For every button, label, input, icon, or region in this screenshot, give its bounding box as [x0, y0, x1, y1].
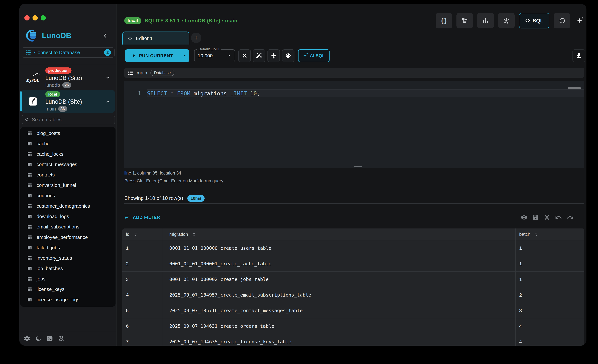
add-tab-button[interactable]: + — [191, 33, 201, 43]
cell-id[interactable]: 6 — [122, 318, 163, 334]
column-header-batch[interactable]: batch — [516, 229, 584, 240]
close-button[interactable] — [24, 15, 30, 20]
table-item-contact_messages[interactable]: contact_messages — [20, 159, 116, 170]
table-item-blog_posts[interactable]: blog_posts — [20, 128, 116, 139]
schema-icon — [461, 17, 468, 24]
cell-migration[interactable]: 2025_09_07_194631_create_orders_table — [163, 318, 516, 334]
ai-assistant-button[interactable] — [574, 13, 585, 28]
table-item-cache_locks[interactable]: cache_locks — [20, 149, 116, 159]
connection-item-local[interactable]: local LunoDB (Site) main 36 — [21, 90, 115, 113]
cell-id[interactable]: 4 — [122, 287, 163, 303]
disconnect-button[interactable] — [58, 335, 65, 342]
table-item-email_subscriptions[interactable]: email_subscriptions — [20, 222, 116, 232]
editor-resize-handle[interactable] — [354, 166, 362, 167]
table-item-employee_performance[interactable]: employee_performance — [20, 232, 116, 242]
cell-batch[interactable]: 2 — [516, 287, 584, 303]
table-name: contacts — [37, 172, 55, 178]
theme-button[interactable] — [282, 50, 294, 62]
search-tables-input[interactable] — [32, 117, 112, 122]
export-button[interactable] — [573, 50, 585, 62]
sort-icon — [191, 232, 197, 237]
table-item-job_batches[interactable]: job_batches — [20, 263, 116, 274]
cell-batch[interactable]: 1 — [516, 256, 584, 271]
erd-view-button[interactable] — [498, 13, 515, 28]
preview-changes-button[interactable] — [521, 214, 528, 221]
ai-sql-button[interactable]: AI SQL — [298, 50, 330, 62]
dark-mode-button[interactable] — [35, 335, 42, 342]
clear-query-button[interactable] — [238, 50, 251, 62]
cell-batch[interactable]: 1 — [516, 240, 584, 256]
cell-migration[interactable]: 0001_01_01_000001_create_cache_table — [163, 256, 516, 271]
gear-icon — [24, 335, 30, 342]
sql-editor[interactable]: 1 SELECT * FROM migrations LIMIT 10; — [124, 81, 584, 168]
breadcrumb-name: main — [137, 70, 147, 75]
column-header-migration[interactable]: migration — [163, 229, 516, 240]
cell-migration[interactable]: 0001_01_01_000000_create_users_table — [163, 240, 516, 256]
zoom-button[interactable] — [41, 15, 46, 20]
table-row[interactable]: 52025_09_07_185716_create_contact_messag… — [122, 303, 584, 318]
table-row[interactable]: 30001_01_01_000002_create_jobs_table1 — [122, 271, 584, 287]
table-row[interactable]: 42025_09_07_184957_create_email_subscrip… — [122, 287, 584, 303]
env-badge-local: local — [124, 17, 141, 24]
table-item-jobs[interactable]: jobs — [20, 274, 116, 284]
undo-button[interactable] — [555, 214, 562, 221]
table-name: employee_performance — [37, 234, 88, 240]
settings-button[interactable] — [24, 335, 30, 342]
tab-editor-1[interactable]: Editor 1 — [122, 32, 189, 44]
cell-id[interactable]: 1 — [122, 240, 163, 256]
cell-migration[interactable]: 2025_09_07_184957_create_email_subscript… — [163, 287, 516, 303]
cell-batch[interactable]: 4 — [516, 318, 584, 334]
cell-migration[interactable]: 2025_09_07_185716_create_contact_message… — [163, 303, 516, 318]
table-item-failed_jobs[interactable]: failed_jobs — [20, 242, 116, 253]
connection-item-production[interactable]: production LunoDB (Site) lunodb 26 — [21, 66, 115, 89]
table-item-cache[interactable]: cache — [20, 139, 116, 149]
sidebar-collapse-button[interactable] — [102, 33, 108, 39]
cell-migration[interactable]: 2025_09_07_194635_create_license_keys_ta… — [163, 334, 516, 346]
redo-button[interactable] — [567, 214, 574, 221]
table-item-conversion_funnel[interactable]: conversion_funnel — [20, 180, 116, 190]
cell-id[interactable]: 3 — [122, 272, 163, 287]
table-item-download_logs[interactable]: download_logs — [20, 211, 116, 222]
default-limit-select[interactable]: Default LIMIT 10,000 — [194, 50, 235, 62]
column-header-id[interactable]: id — [122, 229, 163, 240]
table-item-inventory_status[interactable]: inventory_status — [20, 253, 116, 263]
table-item-contacts[interactable]: contacts — [20, 170, 116, 180]
connect-database-label: Connect to Database — [34, 50, 80, 55]
connect-database-button[interactable]: Connect to Database 2 — [22, 47, 115, 58]
collapse-editor-button[interactable] — [267, 50, 280, 62]
add-filter-button[interactable]: ADD FILTER — [124, 212, 160, 223]
save-changes-button[interactable] — [532, 214, 539, 221]
sql-view-button[interactable]: SQL — [519, 13, 549, 28]
cell-id[interactable]: 5 — [122, 303, 163, 318]
minimize-button[interactable] — [33, 15, 38, 20]
run-current-button[interactable]: RUN CURRENT — [125, 50, 189, 62]
table-row[interactable]: 72025_09_07_194635_create_license_keys_t… — [122, 334, 584, 346]
cell-id[interactable]: 2 — [122, 256, 163, 271]
cell-batch[interactable]: 4 — [516, 334, 584, 346]
traffic-lights — [24, 15, 46, 20]
charts-view-button[interactable] — [477, 13, 494, 28]
cell-migration[interactable]: 0001_01_01_000002_create_jobs_table — [163, 272, 516, 287]
terminal-button[interactable] — [46, 335, 53, 342]
sidebar-divider — [19, 64, 116, 64]
table-row[interactable]: 62025_09_07_194631_create_orders_table4 — [122, 318, 584, 334]
row-count-text: Showing 1-10 of 10 row(s) — [124, 195, 183, 201]
table-item-customer_demographics[interactable]: customer_demographics — [20, 201, 116, 211]
table-item-license_keys[interactable]: license_keys — [20, 284, 116, 294]
editor-scrollbar-thumb[interactable] — [568, 87, 581, 89]
cell-batch[interactable]: 3 — [516, 303, 584, 318]
table-item-coupons[interactable]: coupons — [20, 190, 116, 201]
json-view-button[interactable]: {} — [436, 13, 452, 28]
format-query-button[interactable] — [253, 50, 265, 62]
cell-batch[interactable]: 1 — [516, 272, 584, 287]
run-options-dropdown[interactable] — [180, 54, 189, 58]
table-item-license_usage_logs[interactable]: license_usage_logs — [20, 294, 116, 305]
discard-changes-button[interactable] — [544, 214, 550, 221]
cell-id[interactable]: 7 — [122, 334, 163, 346]
table-row[interactable]: 20001_01_01_000001_create_cache_table1 — [122, 256, 584, 271]
sort-icon — [534, 232, 539, 237]
table-row[interactable]: 10001_01_01_000000_create_users_table1 — [122, 240, 584, 256]
history-button[interactable] — [554, 13, 570, 28]
env-badge-production: production — [45, 67, 72, 74]
schema-view-button[interactable] — [457, 13, 473, 28]
